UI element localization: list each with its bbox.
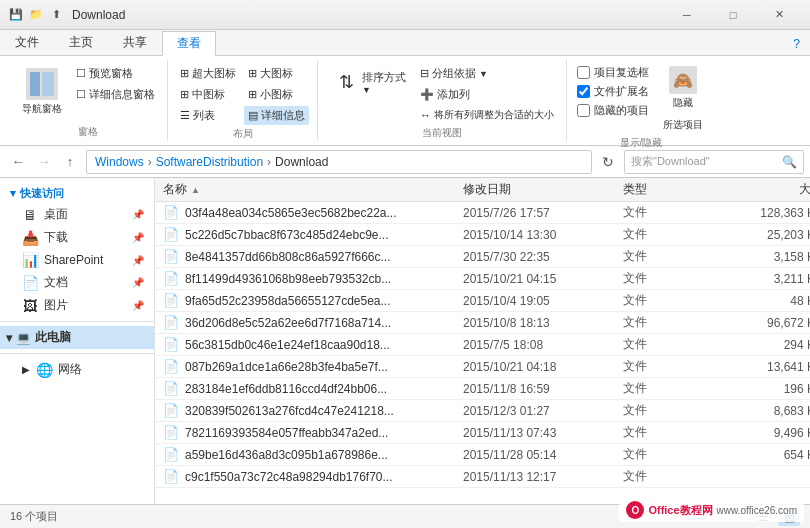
file-ext-input[interactable]: [577, 85, 590, 98]
file-row[interactable]: 📄 36d206d8e5c52a62ee6d7f7168a714... 2015…: [155, 312, 810, 334]
sidebar-item-this-pc[interactable]: ▾ 💻 此电脑: [0, 326, 154, 349]
back-button[interactable]: ←: [6, 150, 30, 174]
forward-button[interactable]: →: [32, 150, 56, 174]
file-row[interactable]: 📄 03f4a48ea034c5865e3ec5682bec22a... 201…: [155, 202, 810, 224]
path-sep-1: ›: [148, 155, 152, 169]
medium-icons-button[interactable]: ⊞ 中图标: [176, 85, 240, 104]
tab-file[interactable]: 文件: [0, 30, 54, 55]
sort-by-button[interactable]: ⇅ 排序方式 ▼: [326, 64, 412, 100]
file-row[interactable]: 📄 5c226d5c7bbac8f673c485d24ebc9e... 2015…: [155, 224, 810, 246]
list-button[interactable]: ☰ 列表: [176, 106, 240, 125]
column-header-name[interactable]: 名称 ▲: [163, 181, 463, 198]
file-name: 56c3815db0c46e1e24ef18caa90d18...: [185, 338, 390, 352]
pictures-label: 图片: [44, 297, 68, 314]
large-icons-button[interactable]: ⊞ 大图标: [244, 64, 309, 83]
small-icons-button[interactable]: ⊞ 小图标: [244, 85, 309, 104]
file-row-name: 📄 087b269a1dce1a66e28b3fe4ba5e7f...: [163, 359, 463, 375]
sidebar-divider-1: [0, 321, 154, 322]
desktop-icon: 🖥: [22, 207, 38, 223]
tab-share[interactable]: 共享: [108, 30, 162, 55]
file-row[interactable]: 📄 56c3815db0c46e1e24ef18caa90d18... 2015…: [155, 334, 810, 356]
minimize-button[interactable]: ─: [664, 0, 710, 30]
file-row[interactable]: 📄 9fa65d52c23958da56655127cde5ea... 2015…: [155, 290, 810, 312]
title-bar-system-icons: 💾 📁 ⬆: [8, 7, 64, 23]
ribbon-tabs: 文件 主页 共享 查看 ?: [0, 30, 810, 56]
file-ext-check[interactable]: 文件扩展名: [575, 83, 651, 100]
quick-access-save-icon[interactable]: 💾: [8, 7, 24, 23]
group-by-button[interactable]: ⊟ 分组依据 ▼: [416, 64, 558, 83]
file-row[interactable]: 📄 8e4841357dd66b808c86a5927f666c... 2015…: [155, 246, 810, 268]
up-button[interactable]: ↑: [58, 150, 82, 174]
help-button[interactable]: ?: [783, 33, 810, 55]
details-button[interactable]: ▤ 详细信息: [244, 106, 309, 125]
file-row-date: 2015/10/8 18:13: [463, 316, 623, 330]
file-type-icon: 📄: [163, 271, 179, 287]
column-header-type[interactable]: 类型: [623, 181, 723, 198]
file-row-type: 文件: [623, 446, 723, 463]
add-column-button[interactable]: ➕ 添加列: [416, 85, 558, 104]
sidebar-item-downloads[interactable]: 📥 下载 📌: [0, 226, 154, 249]
hidden-items-input[interactable]: [577, 104, 590, 117]
quick-access-up-icon[interactable]: ⬆: [48, 7, 64, 23]
details-pane-button[interactable]: ☐ 详细信息窗格: [72, 85, 159, 104]
sidebar-item-desktop[interactable]: 🖥 桌面 📌: [0, 203, 154, 226]
file-row-date: 2015/10/4 19:05: [463, 294, 623, 308]
documents-icon: 📄: [22, 275, 38, 291]
column-name-arrow: ▲: [191, 185, 200, 195]
sidebar-item-sharepoint[interactable]: 📊 SharePoint 📌: [0, 249, 154, 271]
sidebar-item-network[interactable]: ▶ 🌐 网络: [0, 358, 154, 381]
file-row[interactable]: 📄 7821169393584e057ffeabb347a2ed... 2015…: [155, 422, 810, 444]
details-label: 详细信息: [261, 108, 305, 123]
file-row[interactable]: 📄 8f11499d49361068b98eeb793532cb... 2015…: [155, 268, 810, 290]
column-header-date[interactable]: 修改日期: [463, 181, 623, 198]
extra-large-icons-button[interactable]: ⊞ 超大图标: [176, 64, 240, 83]
file-type-icon: 📄: [163, 403, 179, 419]
file-row[interactable]: 📄 320839f502613a276fcd4c47e241218... 201…: [155, 400, 810, 422]
sidebar-item-documents[interactable]: 📄 文档 📌: [0, 271, 154, 294]
sidebar-item-pictures[interactable]: 🖼 图片 📌: [0, 294, 154, 317]
quick-access-folder-icon[interactable]: 📁: [28, 7, 44, 23]
watermark-text: Office教程网: [648, 503, 712, 518]
selected-items-button[interactable]: 所选项目: [659, 116, 707, 134]
column-header-size[interactable]: 大小: [723, 181, 810, 198]
file-row[interactable]: 📄 283184e1ef6ddb8116ccd4df24bb06... 2015…: [155, 378, 810, 400]
path-segment-windows[interactable]: Windows: [95, 155, 144, 169]
close-button[interactable]: ✕: [756, 0, 802, 30]
path-segment-download[interactable]: Download: [275, 155, 328, 169]
address-path[interactable]: Windows › SoftwareDistribution › Downloa…: [86, 150, 592, 174]
preview-pane-button[interactable]: ☐ 预览窗格: [72, 64, 159, 83]
tab-view[interactable]: 查看: [162, 31, 216, 56]
pictures-pin-icon: 📌: [132, 300, 144, 311]
large-icons-icon: ⊞: [248, 67, 257, 80]
search-icon: 🔍: [782, 155, 797, 169]
file-row-name: 📄 03f4a48ea034c5865e3ec5682bec22a...: [163, 205, 463, 221]
sharepoint-icon: 📊: [22, 252, 38, 268]
title-bar: 💾 📁 ⬆ Download ─ □ ✕: [0, 0, 810, 30]
search-box[interactable]: 搜索"Download" 🔍: [624, 150, 804, 174]
column-name-label: 名称: [163, 181, 187, 198]
hide-button[interactable]: 🙈 隐藏: [659, 64, 707, 112]
file-row-type: 文件: [623, 358, 723, 375]
file-row-date: 2015/11/28 05:14: [463, 448, 623, 462]
quick-access-header[interactable]: ▾ 快速访问: [0, 182, 154, 203]
fit-columns-button[interactable]: ↔ 将所有列调整为合适的大小: [416, 106, 558, 124]
sharepoint-pin-icon: 📌: [132, 255, 144, 266]
file-row[interactable]: 📄 a59be16d436a8d3c095b1a678986e... 2015/…: [155, 444, 810, 466]
item-checkbox-input[interactable]: [577, 66, 590, 79]
file-row[interactable]: 📄 c9c1f550a73c72c48a98294db176f70... 201…: [155, 466, 810, 488]
nav-pane-button[interactable]: 导航窗格: [16, 64, 68, 120]
file-row-date: 2015/11/13 12:17: [463, 470, 623, 484]
file-row[interactable]: 📄 087b269a1dce1a66e28b3fe4ba5e7f... 2015…: [155, 356, 810, 378]
refresh-button[interactable]: ↻: [596, 150, 620, 174]
tab-home[interactable]: 主页: [54, 30, 108, 55]
ribbon-group-show-hide: 项目复选框 文件扩展名 隐藏的项目 🙈 隐藏 所选项目: [567, 60, 715, 141]
item-checkbox-check[interactable]: 项目复选框: [575, 64, 651, 81]
file-name: 9fa65d52c23958da56655127cde5ea...: [185, 294, 391, 308]
group-by-icon: ⊟: [420, 67, 429, 80]
hidden-items-check[interactable]: 隐藏的项目: [575, 102, 651, 119]
path-segment-softwaredistribution[interactable]: SoftwareDistribution: [156, 155, 263, 169]
ribbon-group-layout: ⊞ 超大图标 ⊞ 中图标 ☰ 列表 ⊞ 大图标 ⊞: [168, 60, 318, 141]
pictures-icon: 🖼: [22, 298, 38, 314]
maximize-button[interactable]: □: [710, 0, 756, 30]
file-rows-container: 📄 03f4a48ea034c5865e3ec5682bec22a... 201…: [155, 202, 810, 488]
